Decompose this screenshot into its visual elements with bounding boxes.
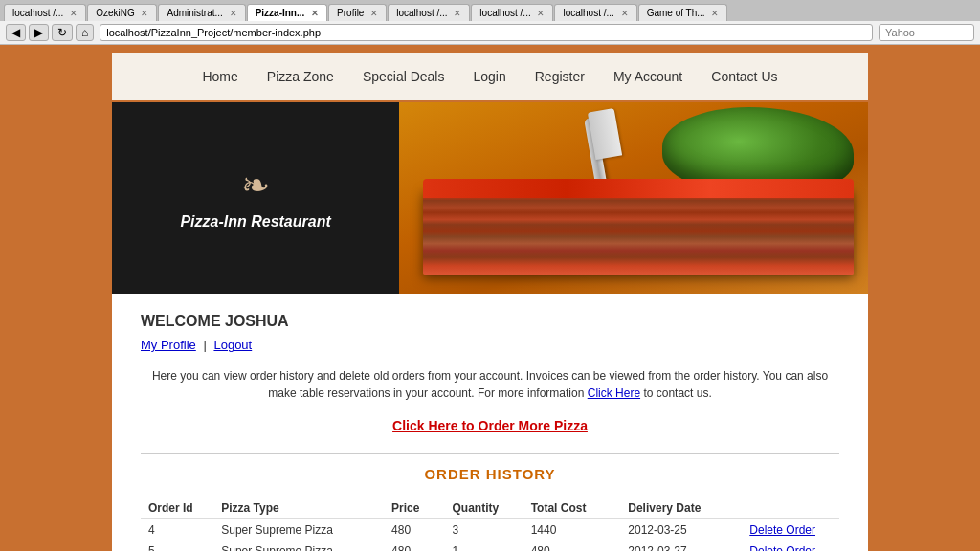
total-cost-1: 1440 xyxy=(523,519,621,541)
tab-profile[interactable]: Profile ✕ xyxy=(328,4,387,21)
restaurant-logo-icon: ❧ xyxy=(241,165,270,206)
browser-chrome: localhost /... ✕ OzekiNG ✕ Administrat..… xyxy=(0,0,980,45)
order-history-title: ORDER HISTORY xyxy=(141,466,839,482)
delivery-date-1: 2012-03-25 xyxy=(620,519,742,541)
address-bar: ◀ ▶ ↻ ⌂ xyxy=(0,21,980,45)
price-1: 480 xyxy=(384,519,445,541)
nav-pizza-zone[interactable]: Pizza Zone xyxy=(267,69,334,84)
tab-0[interactable]: localhost /... ✕ xyxy=(4,4,86,21)
col-header-pizza-type: Pizza Type xyxy=(213,497,384,519)
order-id-1: 4 xyxy=(141,519,213,541)
hero-right xyxy=(399,102,868,294)
site-container: Home Pizza Zone Special Deals Login Regi… xyxy=(112,53,868,551)
table-row: 4 Super Supreme Pizza 480 3 1440 2012-03… xyxy=(141,519,839,541)
delete-order-2-link[interactable]: Delete Order xyxy=(749,544,815,551)
order-id-2: 5 xyxy=(141,540,213,551)
info-suffix-text: to contact us. xyxy=(643,386,711,400)
forward-button[interactable]: ▶ xyxy=(29,24,49,41)
back-button[interactable]: ◀ xyxy=(6,24,26,41)
info-paragraph: Here you can view order history and dele… xyxy=(152,369,828,400)
tab-pizza-inn[interactable]: Pizza-Inn... ✕ xyxy=(247,4,327,21)
nav-bar: Home Pizza Zone Special Deals Login Regi… xyxy=(112,53,868,102)
url-input[interactable] xyxy=(100,24,873,41)
tab-2[interactable]: Administrat... ✕ xyxy=(158,4,245,21)
welcome-title: WELCOME JOSHUA xyxy=(141,313,839,330)
restaurant-name: Pizza-Inn Restaurant xyxy=(180,213,330,231)
delete-order-1-link[interactable]: Delete Order xyxy=(749,523,815,537)
nav-my-account[interactable]: My Account xyxy=(613,69,682,84)
col-header-quantity: Quantity xyxy=(445,497,523,519)
tab-bar: localhost /... ✕ OzekiNG ✕ Administrat..… xyxy=(0,0,980,21)
delete-cell-1: Delete Order xyxy=(742,519,839,541)
link-separator: | xyxy=(203,338,206,352)
order-cta: Click Here to Order More Pizza xyxy=(141,417,839,434)
info-text: Here you can view order history and dele… xyxy=(141,367,839,402)
order-history-table: Order Id Pizza Type Price Quantity Total… xyxy=(141,497,839,551)
delivery-date-2: 2012-03-27 xyxy=(620,540,742,551)
page-wrapper: Home Pizza Zone Special Deals Login Regi… xyxy=(0,45,980,551)
quantity-2: 1 xyxy=(445,540,523,551)
col-header-order-id: Order Id xyxy=(141,497,213,519)
search-input[interactable] xyxy=(879,24,974,41)
profile-links: My Profile | Logout xyxy=(141,338,839,352)
nav-register[interactable]: Register xyxy=(535,69,585,84)
nav-special-deals[interactable]: Special Deals xyxy=(363,69,445,84)
col-header-price: Price xyxy=(384,497,445,519)
tab-7[interactable]: localhost /... ✕ xyxy=(554,4,636,21)
divider-1 xyxy=(141,453,839,454)
price-2: 480 xyxy=(384,540,445,551)
nav-home[interactable]: Home xyxy=(202,69,237,84)
home-button[interactable]: ⌂ xyxy=(76,24,94,41)
food-plate xyxy=(399,102,868,294)
order-cta-link[interactable]: Click Here to Order More Pizza xyxy=(392,418,588,433)
nav-login[interactable]: Login xyxy=(473,69,505,84)
click-here-link[interactable]: Click Here xyxy=(588,386,640,400)
tab-game[interactable]: Game of Th... ✕ xyxy=(638,4,728,21)
content-area: WELCOME JOSHUA My Profile | Logout Here … xyxy=(112,294,868,551)
total-cost-2: 480 xyxy=(523,540,621,551)
tab-6[interactable]: localhost /... ✕ xyxy=(471,4,553,21)
hero-left: ❧ Pizza-Inn Restaurant xyxy=(112,102,399,294)
col-header-total-cost: Total Cost xyxy=(523,497,621,519)
pizza-type-2: Super Supreme Pizza xyxy=(213,540,384,551)
tab-5[interactable]: localhost /... ✕ xyxy=(388,4,470,21)
delete-cell-2: Delete Order xyxy=(742,540,839,551)
nav-buttons: ◀ ▶ ↻ ⌂ xyxy=(6,24,94,41)
col-header-delivery-date: Delivery Date xyxy=(620,497,742,519)
hero-section: ❧ Pizza-Inn Restaurant xyxy=(112,102,868,294)
refresh-button[interactable]: ↻ xyxy=(52,24,73,41)
quantity-1: 3 xyxy=(445,519,523,541)
logout-link[interactable]: Logout xyxy=(213,338,252,352)
my-profile-link[interactable]: My Profile xyxy=(141,338,196,352)
col-header-delete xyxy=(742,497,839,519)
nav-contact-us[interactable]: Contact Us xyxy=(711,69,777,84)
food-image xyxy=(399,102,868,294)
pizza-type-1: Super Supreme Pizza xyxy=(213,519,384,541)
table-row: 5 Super Supreme Pizza 480 1 480 2012-03-… xyxy=(141,540,839,551)
tab-1[interactable]: OzekiNG ✕ xyxy=(87,4,157,21)
